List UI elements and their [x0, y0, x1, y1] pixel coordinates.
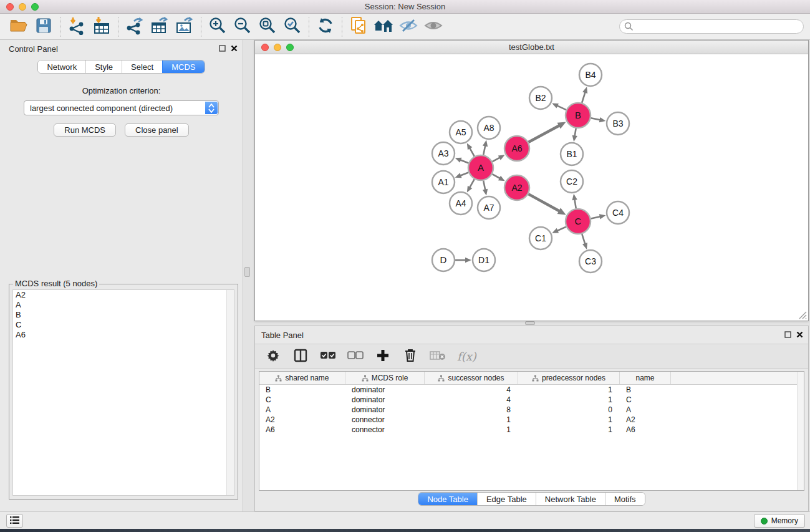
- close-panel-button[interactable]: Close panel: [125, 123, 189, 137]
- graph-node-A[interactable]: A: [468, 155, 493, 180]
- delete-column-button[interactable]: [402, 348, 418, 364]
- graph-node-A1[interactable]: A1: [432, 171, 455, 193]
- table-scrollbar[interactable]: [797, 372, 804, 490]
- graph-node-B4[interactable]: B4: [579, 64, 602, 86]
- graph-edge-A-A6[interactable]: [493, 157, 501, 162]
- tab-style[interactable]: Style: [85, 60, 122, 73]
- task-history-button[interactable]: [6, 514, 23, 528]
- graph-node-C4[interactable]: C4: [607, 201, 629, 224]
- graph-node-A3[interactable]: A3: [432, 142, 455, 165]
- new-network-from-selection-button[interactable]: [346, 16, 371, 37]
- apply-layout-button[interactable]: [313, 16, 338, 37]
- graph-node-B[interactable]: B: [566, 103, 591, 128]
- column-header-predecessor-nodes[interactable]: predecessor nodes: [518, 372, 620, 384]
- tab-mcds[interactable]: MCDS: [162, 60, 204, 73]
- import-table-button[interactable]: [89, 16, 114, 37]
- column-header-MCDS-role[interactable]: MCDS role: [345, 372, 425, 384]
- graph-edge-A6-B[interactable]: [528, 125, 560, 142]
- graph-node-C1[interactable]: C1: [529, 227, 552, 249]
- resize-grip-icon[interactable]: [799, 311, 807, 319]
- table-row[interactable]: Bdominator41B: [259, 385, 804, 395]
- result-list-item[interactable]: C: [13, 320, 234, 330]
- graph-edge-B-B1[interactable]: [574, 128, 576, 137]
- graph-edge-C-C1[interactable]: [557, 227, 566, 231]
- zoom-fit-button[interactable]: [255, 16, 280, 37]
- show-all-button[interactable]: [421, 16, 446, 37]
- memory-button[interactable]: Memory: [754, 514, 805, 528]
- graph-node-B1[interactable]: B1: [561, 143, 583, 165]
- zoom-window-button[interactable]: [31, 3, 39, 11]
- network-graph[interactable]: AA1A2A3A4A5A6A7A8BB1B2B3B4CC1C2C3C4DD1: [255, 54, 808, 321]
- network-zoom-button[interactable]: [286, 44, 294, 51]
- graph-edge-C-C3[interactable]: [582, 234, 585, 244]
- graph-node-A5[interactable]: A5: [450, 121, 472, 143]
- column-visibility-button[interactable]: [292, 348, 309, 364]
- close-table-panel-icon[interactable]: [796, 331, 803, 340]
- graph-node-D[interactable]: D: [432, 249, 455, 271]
- minimize-window-button[interactable]: [19, 3, 26, 11]
- graph-edge-C-C4[interactable]: [591, 216, 601, 219]
- column-header-successor-nodes[interactable]: successor nodes: [425, 372, 518, 384]
- float-table-panel-icon[interactable]: [784, 331, 791, 340]
- zoom-selected-button[interactable]: [280, 16, 305, 37]
- result-list-item[interactable]: A6: [13, 330, 234, 340]
- graph-edge-A-A7[interactable]: [483, 181, 485, 191]
- column-header-shared-name[interactable]: shared name: [259, 372, 345, 384]
- graph-node-C2[interactable]: C2: [561, 170, 583, 193]
- graph-edge-A-A5[interactable]: [470, 147, 475, 156]
- tab-network[interactable]: Network: [38, 60, 85, 73]
- tab-motifs[interactable]: Motifs: [605, 493, 645, 505]
- save-session-button[interactable]: [31, 16, 56, 37]
- graph-node-A4[interactable]: A4: [450, 192, 472, 215]
- criterion-dropdown[interactable]: largest connected component (directed): [24, 100, 219, 115]
- table-row[interactable]: A6connector11A6: [259, 425, 804, 435]
- table-row[interactable]: A2connector11A2: [259, 415, 804, 425]
- graph-edge-C-C2[interactable]: [574, 199, 576, 209]
- result-scrollbar[interactable]: [226, 290, 234, 495]
- network-window-titlebar[interactable]: testGlobe.txt: [255, 41, 808, 54]
- close-window-button[interactable]: [6, 3, 14, 11]
- deselect-all-button[interactable]: [347, 348, 364, 364]
- first-neighbors-button[interactable]: [371, 16, 396, 37]
- horizontal-splitter-handle[interactable]: [525, 321, 535, 325]
- graph-node-A2[interactable]: A2: [504, 175, 529, 200]
- graph-edge-B-B4[interactable]: [582, 92, 586, 103]
- hide-selected-button[interactable]: [396, 16, 421, 37]
- graph-node-B3[interactable]: B3: [607, 112, 629, 135]
- zoom-in-button[interactable]: [205, 16, 230, 37]
- close-panel-icon[interactable]: [231, 44, 238, 54]
- result-list-item[interactable]: A: [13, 300, 234, 310]
- table-row[interactable]: Cdominator41C: [259, 395, 804, 405]
- graph-edge-A-A1[interactable]: [460, 173, 468, 176]
- table-row[interactable]: Adominator80A: [259, 405, 804, 415]
- tab-node-table[interactable]: Node Table: [418, 493, 477, 505]
- network-minimize-button[interactable]: [274, 44, 281, 51]
- graph-node-A8[interactable]: A8: [478, 117, 500, 139]
- tab-edge-table[interactable]: Edge Table: [477, 493, 536, 505]
- graph-edge-B-B2[interactable]: [556, 105, 566, 110]
- mcds-result-list[interactable]: A2ABCA6: [12, 289, 234, 496]
- table-settings-button[interactable]: [265, 348, 281, 364]
- add-column-button[interactable]: [375, 348, 391, 364]
- graph-edge-A-A4[interactable]: [470, 179, 475, 188]
- graph-edge-A-A3[interactable]: [460, 160, 468, 163]
- graph-node-B2[interactable]: B2: [529, 87, 552, 109]
- export-network-button[interactable]: [122, 16, 147, 37]
- graph-node-A7[interactable]: A7: [478, 196, 500, 219]
- tab-select[interactable]: Select: [122, 60, 162, 73]
- import-network-button[interactable]: [64, 16, 89, 37]
- float-panel-icon[interactable]: [219, 44, 226, 54]
- export-image-button[interactable]: [172, 16, 197, 37]
- graph-node-A6[interactable]: A6: [504, 136, 529, 161]
- graph-edge-A-A2[interactable]: [492, 174, 500, 178]
- result-list-item[interactable]: A2: [13, 290, 234, 300]
- result-list-item[interactable]: B: [13, 310, 234, 320]
- export-table-button[interactable]: [147, 16, 172, 37]
- select-all-button[interactable]: [320, 348, 336, 364]
- network-close-button[interactable]: [261, 44, 269, 51]
- zoom-out-button[interactable]: [230, 16, 255, 37]
- graph-node-C3[interactable]: C3: [579, 250, 602, 273]
- tab-network-table[interactable]: Network Table: [536, 493, 605, 505]
- graph-edge-A2-C[interactable]: [528, 194, 560, 211]
- graph-node-D1[interactable]: D1: [473, 249, 495, 271]
